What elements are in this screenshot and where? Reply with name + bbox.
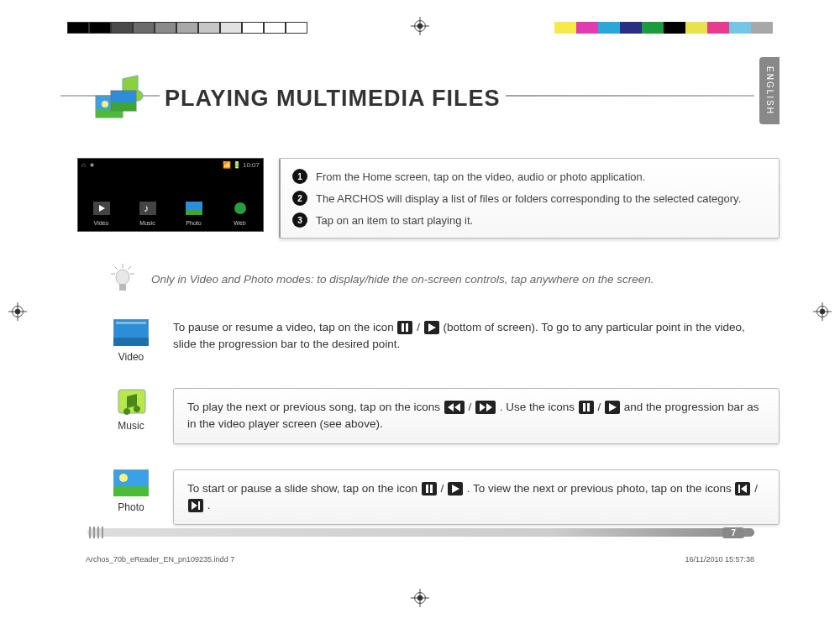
pause-icon (422, 482, 437, 496)
registration-mark-icon (411, 17, 429, 35)
tip-text: Only in Video and Photo modes: to displa… (151, 273, 654, 286)
home-screen-thumbnail: ⌂ ★ 📶 🔋 10:07 Video ♪Music Photo Web (77, 158, 264, 232)
pause-icon (579, 401, 594, 414)
svg-rect-20 (111, 102, 136, 111)
svg-point-33 (116, 270, 129, 285)
registration-mark-icon (813, 302, 832, 321)
footer-timestamp: 16/11/2010 15:57:38 (685, 555, 754, 564)
svg-marker-43 (454, 403, 460, 412)
svg-rect-58 (198, 501, 200, 510)
svg-marker-56 (741, 485, 747, 493)
video-description: To pause or resume a video, tap on the i… (173, 319, 780, 354)
pause-icon (397, 321, 412, 334)
svg-rect-34 (119, 284, 126, 291)
svg-rect-53 (430, 485, 433, 493)
previous-icon (444, 401, 465, 414)
svg-marker-54 (452, 485, 459, 493)
svg-rect-52 (426, 485, 428, 493)
language-tab: ENGLISH (759, 57, 780, 124)
video-label: Video (111, 351, 151, 363)
thumb-app-music: Music (139, 220, 155, 226)
photo-icon (113, 469, 149, 496)
svg-line-30 (128, 266, 131, 270)
music-description: To play the next or previous song, tap o… (173, 388, 780, 444)
play-icon (448, 482, 463, 496)
play-icon (424, 321, 439, 334)
music-icon (113, 388, 149, 415)
lightbulb-icon (111, 264, 134, 294)
svg-point-27 (234, 202, 246, 214)
multimedia-icon (94, 72, 146, 124)
svg-rect-37 (116, 322, 146, 324)
step-number: 2 (292, 191, 307, 206)
step-text: The ARCHOS will display a list of files … (316, 192, 741, 205)
thumb-app-web: Web (234, 220, 245, 226)
svg-text:♪: ♪ (144, 202, 149, 214)
svg-rect-39 (406, 323, 408, 332)
thumb-app-photo: Photo (186, 220, 201, 226)
svg-rect-36 (113, 338, 149, 346)
page-title: PLAYING MULTIMEDIA FILES (160, 86, 506, 112)
svg-point-51 (119, 474, 128, 482)
photo-description: To start or pause a slide show, tap on t… (173, 469, 780, 526)
svg-rect-47 (587, 403, 590, 412)
music-label: Music (111, 420, 151, 432)
svg-marker-48 (609, 403, 617, 412)
step-text: Tap on an item to start playing it. (316, 214, 473, 227)
previous-single-icon (735, 482, 750, 496)
step-text: From the Home screen, tap on the video, … (316, 170, 645, 183)
print-colorbar-greyscale (67, 22, 307, 34)
footer-rule (87, 528, 754, 537)
svg-marker-44 (480, 403, 486, 412)
svg-marker-45 (486, 403, 492, 412)
svg-rect-46 (583, 403, 585, 412)
play-icon (605, 401, 620, 414)
registration-mark-icon (8, 302, 27, 321)
footer-file: Archos_70b_eReader_EN_pn109235.indd 7 (86, 555, 234, 564)
svg-marker-42 (448, 403, 454, 412)
svg-marker-57 (192, 501, 197, 510)
page-number: 7 (722, 527, 744, 538)
svg-rect-55 (738, 485, 740, 493)
registration-mark-icon (411, 589, 429, 607)
photo-label: Photo (111, 501, 151, 513)
step-number: 1 (292, 169, 307, 184)
svg-rect-50 (113, 486, 149, 496)
thumb-app-video: Video (94, 220, 109, 226)
print-colorbar-color (554, 22, 773, 34)
steps-box: 1From the Home screen, tap on the video,… (279, 158, 780, 239)
screenshot-time: 10:07 (243, 161, 260, 169)
svg-rect-38 (402, 323, 404, 332)
next-icon (475, 401, 496, 414)
svg-rect-26 (186, 210, 202, 215)
step-number: 3 (292, 212, 307, 228)
svg-line-29 (114, 266, 118, 270)
video-icon (113, 319, 149, 346)
svg-point-18 (102, 101, 108, 107)
svg-marker-40 (428, 323, 436, 332)
next-single-icon (188, 499, 203, 512)
